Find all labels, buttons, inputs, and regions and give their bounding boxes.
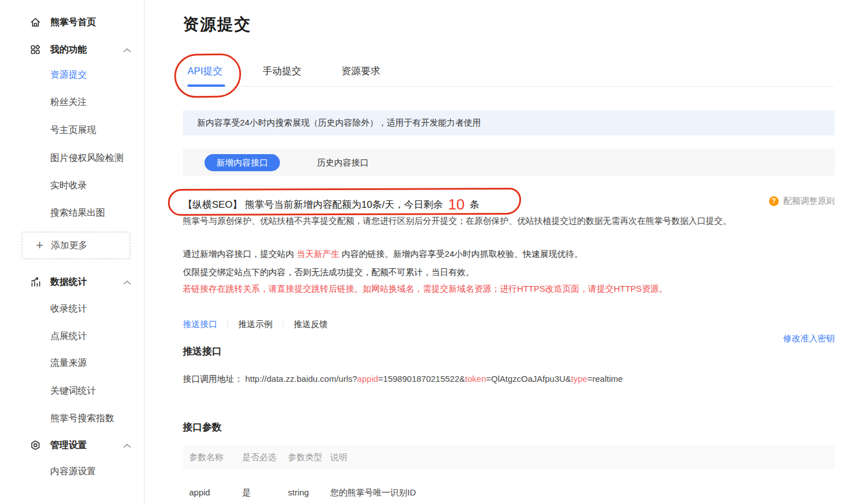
cell-param-name: appid [189, 481, 210, 504]
tab-api-submit[interactable]: API提交 [187, 64, 222, 78]
col-description: 说明 [330, 445, 347, 469]
sidebar-section-label: 我的功能 [50, 44, 87, 56]
sidebar-section-label: 管理设置 [50, 440, 87, 451]
api-url-key-type: type [571, 374, 587, 384]
api-url-part: =1598901870215522& [378, 374, 465, 384]
sidebar-item-search-index[interactable]: 熊掌号搜索指数 [50, 412, 144, 425]
api-url-part: =realtime [587, 374, 623, 384]
description-line-3-warning: 若链接存在跳转关系，请直接提交跳转后链接。如网站换域名，需提交新域名资源；进行H… [183, 284, 667, 295]
interface-toggle-bar: 新增内容接口 历史内容接口 [183, 149, 835, 176]
nav-divider [283, 321, 283, 329]
chevron-up-icon [123, 443, 131, 448]
sidebar-item-fans[interactable]: 粉丝关注 [50, 95, 144, 109]
push-nav-interface[interactable]: 推送接口 [183, 319, 217, 330]
app-window: 熊掌号首页 我的功能 资源提交 粉丝关注 号主页展现 图片侵权风险检测 实时收录… [0, 0, 857, 504]
sidebar-section-label: 数据统计 [50, 276, 87, 288]
cell-description: 您的熊掌号唯一识别ID [330, 481, 416, 504]
active-tab-underline [187, 84, 225, 87]
sidebar-divider [144, 0, 145, 504]
plus-icon: + [36, 239, 43, 252]
push-nav-feedback[interactable]: 推送反馈 [294, 319, 328, 330]
new-content-api-pill[interactable]: 新增内容接口 [205, 154, 280, 171]
description-text: 内容的链接。新增内容享受24小时内抓取校验、快速展现优待。 [339, 249, 583, 259]
description-text: 通过新增内容接口，提交站内 [183, 249, 297, 259]
sidebar-item-label: 熊掌号首页 [50, 17, 96, 29]
quota-help-label: 配额调整原则 [783, 196, 835, 207]
sidebar-section-data-stats[interactable]: 数据统计 [0, 276, 144, 289]
api-url-key-appid: appid [357, 374, 378, 384]
sidebar-item-traffic-source[interactable]: 流量来源 [50, 356, 144, 370]
col-param-name: 参数名称 [189, 445, 223, 469]
home-icon [30, 17, 41, 28]
tab-resource-requirements[interactable]: 资源要求 [341, 64, 380, 78]
description-line-2: 仅限提交绑定站点下的内容，否则无法成功提交，配额不可累计，当日有效。 [183, 267, 474, 278]
push-nav: 推送接口 推送示例 推送反馈 [183, 319, 328, 330]
push-interface-heading: 推送接口 [183, 345, 222, 358]
api-url-part: =QlAtgzcOaJAfpu3U& [486, 374, 571, 384]
nav-divider [227, 321, 228, 329]
settings-icon [30, 440, 41, 451]
chevron-up-icon [123, 280, 131, 285]
api-address-label: 接口调用地址： [183, 374, 243, 384]
api-address-line: 接口调用地址： http://data.zz.baidu.com/urls?ap… [183, 374, 623, 385]
params-table-row: appid 是 string 您的熊掌号唯一识别ID [183, 481, 835, 504]
question-icon: ? [769, 196, 779, 206]
quota-help-link[interactable]: ? 配额调整原则 [769, 196, 835, 207]
sidebar-item-image-risk[interactable]: 图片侵权风险检测 [50, 151, 144, 165]
tab-bar: API提交 手动提交 资源要求 [187, 64, 380, 78]
quota-note: 熊掌号与原创保护、优站扶植不共享提交配额，请您进行区别后分开提交；在原创保护、优… [183, 216, 835, 227]
tab-divider [183, 86, 835, 87]
sidebar-item-home[interactable]: 熊掌号首页 [0, 16, 144, 30]
history-content-api-option[interactable]: 历史内容接口 [317, 149, 369, 176]
cell-required: 是 [242, 481, 251, 504]
cell-type: string [288, 481, 309, 504]
quota-text: 【纵横SEO】 熊掌号当前新增内容配额为10条/天，今日剩余 [183, 198, 443, 211]
add-more-label: 添加更多 [51, 240, 87, 252]
chevron-up-icon [123, 48, 131, 53]
col-type: 参数类型 [288, 445, 322, 469]
api-url-key-token: token [465, 374, 486, 384]
quota-remaining-value: 10 [448, 197, 464, 212]
stats-icon [30, 276, 41, 288]
page-title: 资源提交 [183, 14, 251, 35]
sidebar-item-impression-stats[interactable]: 点展统计 [50, 329, 144, 343]
sidebar-section-settings[interactable]: 管理设置 [0, 439, 144, 453]
sidebar-item-content-source[interactable]: 内容源设置 [50, 465, 144, 478]
sidebar-item-keyword-stats[interactable]: 关键词统计 [50, 384, 144, 398]
quota-line: 【纵横SEO】 熊掌号当前新增内容配额为10条/天，今日剩余 10 条 [183, 192, 479, 217]
grid-icon [30, 44, 41, 55]
api-url-part: http://data.zz.baidu.com/urls? [245, 374, 357, 384]
col-required: 是否必选 [242, 445, 277, 469]
sidebar-section-my-features[interactable]: 我的功能 [0, 43, 144, 57]
tab-manual-submit[interactable]: 手动提交 [262, 64, 301, 78]
modify-access-key-link[interactable]: 修改准入密钥 [783, 333, 835, 344]
params-table-header: 参数名称 是否必选 参数类型 说明 [183, 445, 835, 469]
sidebar-item-include-stats[interactable]: 收录统计 [50, 302, 144, 316]
sidebar-item-search-result-image[interactable]: 搜索结果出图 [50, 206, 144, 220]
quota-unit: 条 [470, 198, 479, 211]
add-more-button[interactable]: + 添加更多 [22, 232, 130, 259]
push-nav-example[interactable]: 推送示例 [238, 319, 273, 330]
interface-params-heading: 接口参数 [183, 421, 222, 434]
notice-banner: 新内容享受24小时内搜索展现（历史内容除外），适用于有开发能力者使用 [183, 110, 835, 135]
sidebar-item-homepage-display[interactable]: 号主页展现 [50, 123, 144, 137]
sidebar-item-realtime-include[interactable]: 实时收录 [50, 179, 144, 192]
description-line-1: 通过新增内容接口，提交站内 当天新产生 内容的链接。新增内容享受24小时内抓取校… [183, 249, 583, 260]
sidebar-item-resource-submit[interactable]: 资源提交 [50, 68, 144, 82]
highlight-new-today: 当天新产生 [297, 249, 339, 259]
